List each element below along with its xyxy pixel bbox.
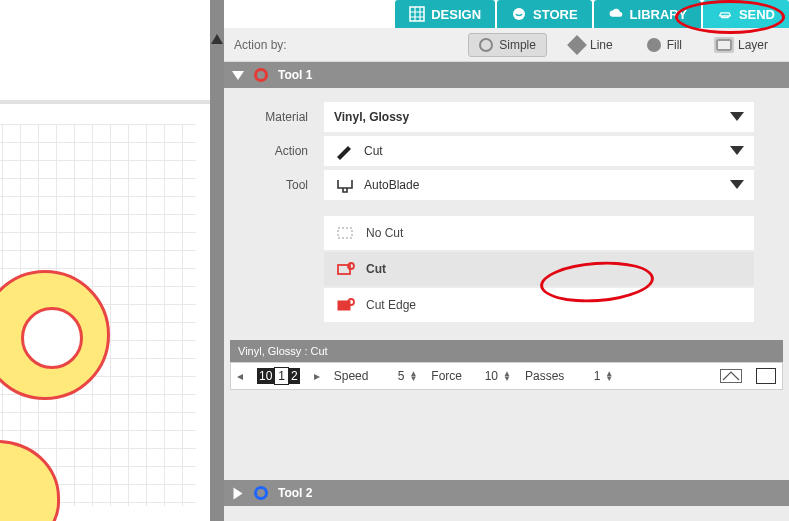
chevron-down-icon	[730, 112, 744, 121]
seg-label: Simple	[499, 38, 536, 52]
splitter-handle-icon	[211, 34, 223, 44]
cut-settings: Vinyl, Glossy : Cut ◂ 10 1 2 ▸ Speed 5 ▲…	[230, 340, 783, 390]
tool-color-ring-icon	[254, 68, 268, 82]
force-label: Force	[431, 369, 462, 383]
tool-dropdown[interactable]: AutoBlade	[324, 170, 754, 200]
tab-store[interactable]: STORE	[497, 0, 592, 28]
nocut-icon	[336, 225, 356, 241]
tool1-title: Tool 1	[278, 68, 312, 82]
tab-label: STORE	[533, 7, 578, 22]
line-segment-overcut-icon[interactable]	[720, 369, 742, 383]
opt-label: Cut Edge	[366, 298, 416, 312]
grid-icon	[409, 6, 425, 22]
panel-splitter[interactable]	[210, 0, 224, 521]
action-by-bar: Action by: Simple Line Fill Layer	[224, 28, 789, 62]
blade-mark: 1	[274, 367, 289, 385]
tab-library[interactable]: LIBRARY	[594, 0, 701, 28]
diamond-icon	[567, 35, 587, 55]
chevron-down-icon	[730, 146, 744, 155]
cut-option-nocut[interactable]: No Cut	[324, 216, 754, 250]
autoblade-icon	[334, 176, 356, 194]
seg-label: Layer	[738, 38, 768, 52]
svg-point-4	[348, 263, 354, 269]
blade-depth-indicator[interactable]: 10 1 2	[257, 367, 300, 385]
action-by-layer[interactable]: Layer	[705, 33, 779, 57]
circle-fill-icon	[647, 38, 661, 52]
tab-label: LIBRARY	[630, 7, 687, 22]
tab-label: SEND	[739, 7, 775, 22]
cut-options: No Cut Cut Cut Edge	[324, 216, 754, 322]
speed-label: Speed	[334, 369, 369, 383]
stepper-arrows-icon: ▲▼	[605, 371, 613, 381]
svg-rect-2	[338, 228, 352, 238]
stepper-arrows-icon: ▲▼	[409, 371, 417, 381]
tool1-content: Material Vinyl, Glossy Action Cut	[224, 88, 789, 410]
main-tabs: DESIGN STORE LIBRARY SEND	[224, 0, 789, 28]
circle-outline-icon	[479, 38, 493, 52]
disclosure-triangle-icon	[234, 487, 243, 499]
speed-stepper[interactable]: 5 ▲▼	[382, 369, 417, 383]
action-by-label: Action by:	[234, 38, 287, 52]
svg-rect-0	[410, 7, 424, 21]
action-by-line[interactable]: Line	[559, 33, 624, 57]
canvas-preview	[0, 0, 210, 521]
action-by-simple[interactable]: Simple	[468, 33, 547, 57]
svg-point-6	[348, 299, 354, 305]
seg-label: Line	[590, 38, 613, 52]
material-value: Vinyl, Glossy	[334, 110, 409, 124]
seg-label: Fill	[667, 38, 682, 52]
opt-label: No Cut	[366, 226, 403, 240]
action-value: Cut	[364, 144, 383, 158]
tab-design[interactable]: DESIGN	[395, 0, 495, 28]
tool-label: Tool	[224, 178, 324, 192]
tab-label: DESIGN	[431, 7, 481, 22]
layers-icon	[716, 39, 732, 51]
action-by-fill[interactable]: Fill	[636, 33, 693, 57]
blade-mark: 2	[289, 368, 300, 384]
stepper-arrows-icon: ▲▼	[503, 371, 511, 381]
cloud-icon	[608, 6, 624, 22]
stepper-left-icon[interactable]: ◂	[237, 369, 243, 383]
send-icon	[717, 6, 733, 22]
tool-color-ring-icon	[254, 486, 268, 500]
stepper-right-icon[interactable]: ▸	[314, 369, 320, 383]
cut-option-cutedge[interactable]: Cut Edge	[324, 288, 754, 322]
opt-label: Cut	[366, 262, 386, 276]
store-icon	[511, 6, 527, 22]
force-value: 10	[476, 369, 498, 383]
cut-option-cut[interactable]: Cut	[324, 252, 754, 286]
tool1-header[interactable]: Tool 1	[224, 62, 789, 88]
action-dropdown[interactable]: Cut	[324, 136, 754, 166]
cut-settings-header: Vinyl, Glossy : Cut	[230, 340, 783, 362]
force-stepper[interactable]: 10 ▲▼	[476, 369, 511, 383]
blade-mark: 10	[257, 368, 274, 384]
color-swatch[interactable]	[756, 368, 776, 384]
passes-value: 1	[578, 369, 600, 383]
action-label: Action	[224, 144, 324, 158]
material-label: Material	[224, 110, 324, 124]
material-dropdown[interactable]: Vinyl, Glossy	[324, 102, 754, 132]
tab-send[interactable]: SEND	[703, 0, 789, 28]
blade-pen-icon	[334, 142, 356, 160]
speed-value: 5	[382, 369, 404, 383]
passes-label: Passes	[525, 369, 564, 383]
cutedge-icon	[336, 297, 356, 313]
cut-icon	[336, 261, 356, 277]
chevron-down-icon	[730, 180, 744, 189]
tool2-header[interactable]: Tool 2	[224, 480, 789, 506]
tool2-title: Tool 2	[278, 486, 312, 500]
tool-value: AutoBlade	[364, 178, 419, 192]
disclosure-triangle-icon	[232, 71, 244, 80]
svg-point-1	[513, 8, 525, 20]
passes-stepper[interactable]: 1 ▲▼	[578, 369, 613, 383]
